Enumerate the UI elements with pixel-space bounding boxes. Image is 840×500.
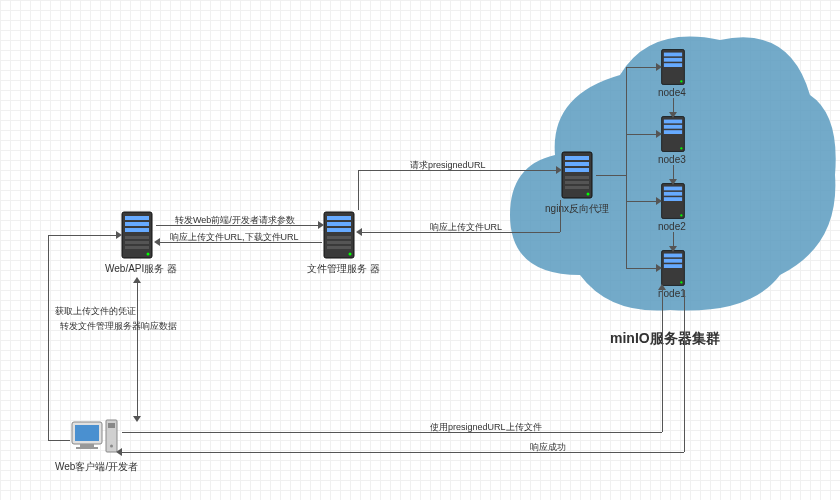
node2-label: node2 (658, 221, 686, 232)
edge-request-presigned: 请求presignedURL (410, 159, 486, 172)
nginx-label: nginx反向代理 (540, 202, 614, 216)
svg-rect-9 (327, 216, 351, 220)
edge-forward-request: 转发Web前端/开发者请求参数 (175, 214, 295, 227)
file-server-label: 文件管理服务 器 (307, 262, 371, 276)
svg-rect-45 (75, 425, 99, 441)
svg-rect-46 (80, 444, 94, 447)
svg-rect-30 (664, 120, 682, 124)
svg-rect-27 (664, 63, 682, 67)
svg-rect-13 (327, 241, 351, 244)
edge-response-success: 响应成功 (530, 441, 566, 454)
svg-rect-21 (565, 181, 589, 184)
svg-rect-32 (664, 130, 682, 134)
svg-point-28 (680, 80, 682, 82)
svg-rect-36 (664, 192, 682, 196)
svg-rect-49 (108, 423, 115, 428)
svg-rect-1 (125, 216, 149, 220)
svg-point-33 (680, 147, 682, 149)
svg-rect-47 (76, 447, 98, 449)
edge-get-cred: 获取上传文件的凭证 (55, 305, 136, 318)
svg-rect-25 (664, 53, 682, 57)
diagram-canvas: Web/API服务 器 文件管理服务 器 nginx反向代理 node4 nod… (0, 0, 840, 500)
edge-upload-presigned: 使用presignedURL上传文件 (430, 421, 542, 434)
svg-point-43 (680, 281, 682, 283)
svg-rect-11 (327, 228, 351, 232)
svg-rect-10 (327, 222, 351, 226)
web-client (70, 418, 120, 458)
svg-rect-6 (125, 246, 149, 249)
svg-rect-26 (664, 58, 682, 62)
svg-rect-31 (664, 125, 682, 129)
edge-forward-response: 转发文件管理服务器响应数据 (60, 320, 177, 333)
web-api-server (120, 210, 154, 260)
svg-rect-20 (565, 176, 589, 179)
svg-rect-40 (664, 254, 682, 258)
svg-rect-17 (565, 156, 589, 160)
svg-rect-2 (125, 222, 149, 226)
node1-server (660, 249, 686, 287)
edge-response-url: 响应上传文件URL,下载文件URL (170, 231, 299, 244)
svg-rect-3 (125, 228, 149, 232)
node3-server (660, 115, 686, 153)
web-client-label: Web客户端/开发者 (55, 460, 138, 474)
cluster-label: minIO服务器集群 (610, 330, 720, 348)
svg-rect-18 (565, 162, 589, 166)
web-api-server-label: Web/API服务 器 (105, 262, 169, 276)
edge-response-upload-url: 响应上传文件URL (430, 221, 502, 234)
node4-label: node4 (658, 87, 686, 98)
svg-point-38 (680, 214, 682, 216)
node2-server (660, 182, 686, 220)
svg-rect-12 (327, 236, 351, 239)
svg-rect-37 (664, 197, 682, 201)
nginx-server (560, 150, 594, 200)
svg-rect-4 (125, 236, 149, 239)
node4-server (660, 48, 686, 86)
node3-label: node3 (658, 154, 686, 165)
svg-rect-14 (327, 246, 351, 249)
svg-rect-5 (125, 241, 149, 244)
svg-rect-41 (664, 259, 682, 263)
svg-rect-19 (565, 168, 589, 172)
svg-rect-22 (565, 186, 589, 189)
svg-rect-42 (664, 264, 682, 268)
file-server (322, 210, 356, 260)
svg-rect-35 (664, 187, 682, 191)
svg-point-23 (587, 193, 590, 196)
svg-point-50 (110, 445, 113, 448)
svg-point-15 (349, 253, 352, 256)
svg-point-7 (147, 253, 150, 256)
